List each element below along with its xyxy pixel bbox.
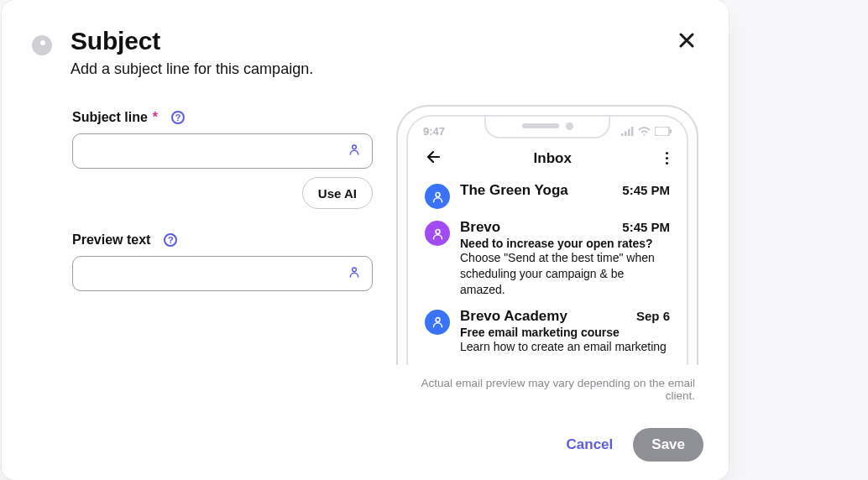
cancel-button[interactable]: Cancel — [563, 430, 617, 460]
step-bullet — [32, 35, 52, 55]
email-list: The Green Yoga 5:45 PM Bre — [408, 174, 687, 360]
email-item: Brevo 5:45 PM Need to increase your open… — [420, 214, 675, 303]
kebab-icon — [666, 152, 669, 165]
email-time: Sep 6 — [636, 309, 670, 323]
back-arrow-icon — [426, 149, 440, 167]
email-time: 5:45 PM — [622, 183, 670, 197]
email-subject: Need to increase your open rates? — [460, 237, 670, 250]
svg-point-10 — [436, 229, 440, 233]
email-preview: Choose "Send at the best time" when sche… — [460, 250, 670, 298]
personalize-icon[interactable] — [348, 143, 361, 159]
avatar — [425, 221, 450, 246]
phone-clock: 9:47 — [423, 125, 445, 138]
svg-rect-3 — [625, 132, 627, 137]
close-button[interactable] — [675, 29, 698, 52]
preview-text-input[interactable] — [72, 256, 373, 291]
svg-rect-8 — [670, 129, 672, 133]
preview-text-label: Preview text ? — [72, 232, 373, 248]
use-ai-button[interactable]: Use AI — [302, 177, 373, 209]
wifi-icon — [638, 127, 651, 136]
svg-point-6 — [644, 134, 646, 136]
email-item: The Green Yoga 5:45 PM — [420, 177, 675, 214]
email-sender: The Green Yoga — [460, 182, 568, 199]
phone-mockup: 9:47 Inbox — [396, 105, 698, 365]
modal-subtitle: Add a subject line for this campaign. — [71, 60, 313, 78]
svg-rect-5 — [631, 127, 634, 136]
email-sender: Brevo Academy — [460, 308, 567, 325]
email-time: 5:45 PM — [622, 220, 670, 234]
signal-icon — [621, 127, 634, 136]
preview-disclaimer: Actual email preview may vary depending … — [396, 377, 698, 402]
svg-point-11 — [436, 318, 440, 322]
svg-point-0 — [353, 145, 357, 149]
modal-title: Subject — [71, 27, 313, 55]
svg-rect-4 — [628, 129, 630, 136]
save-button[interactable]: Save — [633, 428, 703, 462]
svg-rect-7 — [655, 127, 669, 136]
subject-modal: Subject Add a subject line for this camp… — [2, 0, 729, 480]
help-icon[interactable]: ? — [171, 111, 185, 124]
email-subject: Free email marketing course — [460, 326, 670, 339]
avatar — [425, 310, 450, 335]
subject-line-label: Subject line * ? — [72, 110, 373, 125]
preview-text-label-text: Preview text — [72, 232, 150, 248]
svg-point-1 — [353, 268, 357, 272]
personalize-icon[interactable] — [348, 265, 361, 282]
status-icons — [621, 125, 672, 138]
phone-notch — [484, 115, 610, 138]
svg-point-9 — [436, 192, 440, 196]
svg-rect-2 — [621, 133, 624, 136]
help-icon[interactable]: ? — [164, 233, 177, 247]
preview-column: 9:47 Inbox — [396, 110, 698, 402]
email-sender: Brevo — [460, 219, 500, 236]
battery-icon — [655, 127, 672, 136]
email-item: Brevo Academy Sep 6 Free email marketing… — [420, 303, 675, 360]
close-icon — [678, 32, 695, 49]
email-preview: Learn how to create an email marketing — [460, 339, 670, 355]
avatar — [425, 184, 450, 209]
form-column: Subject line * ? Use AI Preview text ? — [72, 110, 373, 402]
subject-line-label-text: Subject line — [72, 110, 148, 125]
subject-line-input[interactable] — [72, 133, 373, 169]
inbox-title: Inbox — [534, 150, 572, 167]
required-mark: * — [153, 110, 158, 125]
